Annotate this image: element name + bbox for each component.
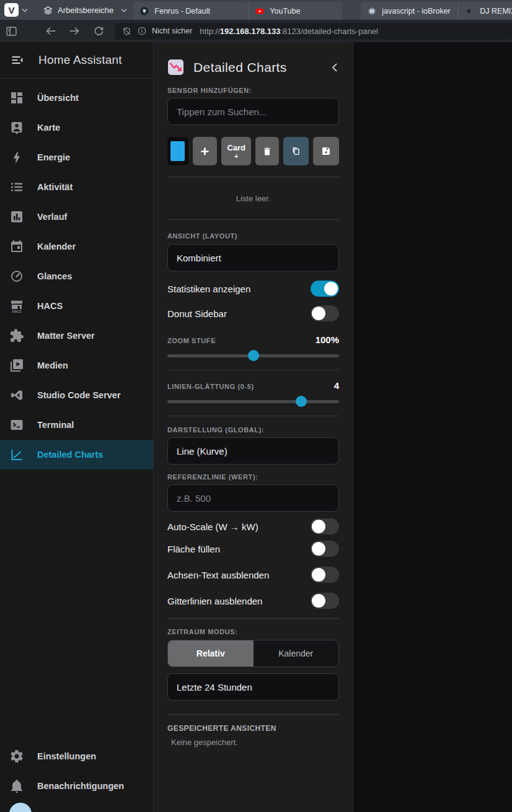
sidebar-item-glances[interactable]: Glances [0,261,153,291]
reload-icon[interactable] [92,25,105,38]
sidebar-collapse-icon[interactable] [10,53,25,68]
trash-icon [262,146,272,157]
autoscale-toggle-row: Auto-Scale (W → kW) [167,517,339,536]
address-bar[interactable]: Nicht sicher http://192.168.178.133:8123… [115,23,512,40]
style-label: DARSTELLUNG (GLOBAL): [167,426,339,434]
saved-views-label: GESPEICHERTE ANSICHTEN [167,724,339,733]
color-swatch [170,141,185,161]
slider-thumb[interactable] [248,350,259,361]
tab-youtube[interactable]: YouTube [248,2,342,20]
divider [167,714,339,715]
avatar[interactable] [9,803,32,812]
segment-kalender[interactable]: Kalender [254,640,339,666]
gauge-icon [9,269,24,284]
sensor-toolbar: Card + [167,137,339,165]
statistics-toggle[interactable] [311,281,339,297]
smoothing-label: LINIEN-GLÄTTUNG (0-5) [167,383,254,390]
url-path: :8123/detailed-charts-panel [280,27,378,36]
hide-axis-text-toggle[interactable] [311,567,339,583]
sidebar-item-benachrichtigungen[interactable]: Benachrichtigungen [0,771,153,801]
tab-dj-remix[interactable]: DJ REMIX [458,2,512,20]
reference-line-input[interactable] [167,484,339,512]
sidebar-item-medien[interactable]: Medien [0,351,153,380]
hide-axis-text-toggle-row: Achsen-Text ausblenden [167,565,339,585]
shield-off-icon[interactable] [121,26,132,37]
save-button[interactable] [313,137,339,165]
timerange-select[interactable]: Letzte 24 Stunden [167,673,339,701]
add-card-button[interactable]: Card + [221,137,251,165]
panel-title: Detailed Charts [193,60,287,75]
sidebar-item-kalender[interactable]: Kalender [0,232,153,261]
divider [167,416,339,416]
line-chart-icon [9,447,24,462]
sidebar-item-hacs[interactable]: HACS HACS [0,291,153,321]
forward-icon[interactable] [68,24,81,38]
sidebar-item-detailed-charts[interactable]: Detailed Charts [0,440,153,469]
sidebar-item-matter-server[interactable]: Matter Server [0,321,153,351]
sidebar-item-studio-code-server[interactable]: Studio Code Server [0,380,153,410]
slider-thumb[interactable] [296,396,307,407]
copy-icon [291,146,301,157]
home-assistant-app: Home Assistant Übersicht [0,42,512,812]
back-icon[interactable] [44,24,58,38]
zoom-slider-head: ZOOM STUFE 100% [167,334,339,345]
vivaldi-menu-button[interactable]: V [4,3,28,17]
tab-title: DJ REMIX [480,7,512,15]
autoscale-toggle[interactable] [311,518,339,535]
statistics-toggle-row: Statistiken anzeigen [167,279,339,299]
zoom-slider[interactable] [167,350,339,361]
fill-area-toggle[interactable] [311,541,339,557]
fill-area-toggle-row: Fläche füllen [167,539,339,559]
sidebar-item-uebersicht[interactable]: Übersicht [0,83,153,113]
layout-select[interactable]: Kombiniert [167,244,339,271]
divider [167,177,339,177]
sidebar-item-aktivitaet[interactable]: Aktivität [0,172,153,202]
sidebar-item-energie[interactable]: Energie [0,142,153,172]
smoothing-slider[interactable] [167,396,339,407]
info-icon[interactable] [137,26,147,36]
timerange-mode-segmented: Relativ Kalender [167,640,339,667]
donut-sidebar-toggle[interactable] [311,305,339,321]
chevron-down-icon [121,8,127,12]
panel-toggle-icon[interactable] [5,25,18,38]
gear-icon [9,749,24,764]
tab-fenrus[interactable]: Fenrus - Default [133,2,248,20]
style-select[interactable]: Line (Kurve) [167,437,339,465]
sidebar-item-einstellungen[interactable]: Einstellungen [0,741,153,771]
divider [167,618,339,619]
browser-window: V Arbeitsbereiche [0,0,512,812]
zoom-label: ZOOM STUFE [167,337,216,344]
sensor-search-input[interactable] [167,98,339,125]
fenrus-logo-icon [139,6,149,16]
donut-sidebar-toggle-row: Donut Sidebar [167,303,339,323]
workspaces-button[interactable]: Arbeitsbereiche [32,2,133,18]
sidebar-item-terminal[interactable]: Terminal [0,410,153,440]
saved-views-empty-text: Keine gespeichert. [171,738,339,747]
list-icon [9,180,24,194]
sidebar-header: Home Assistant [0,42,153,79]
color-picker-button[interactable] [167,137,188,165]
sidebar-item-verlauf[interactable]: Verlauf [0,202,153,232]
tab-iobroker[interactable]: javascript - ioBroker [361,2,458,20]
sensor-add-label: SENSOR HINZUFÜGEN: [167,87,339,94]
bell-icon [9,779,24,793]
url-scheme: http:// [200,27,220,36]
copy-button[interactable] [283,137,309,165]
delete-button[interactable] [255,137,279,165]
layers-icon [43,5,53,15]
user-row [0,801,153,812]
toggle-knob [312,307,325,320]
toggle-knob [324,282,338,295]
sidebar-item-karte[interactable]: Karte [0,113,153,142]
youtube-icon [255,6,265,16]
segment-relativ[interactable]: Relativ [168,640,254,666]
add-sensor-button[interactable] [193,137,218,165]
browser-toolbar: Nicht sicher http://192.168.178.133:8123… [0,20,512,42]
reference-line-label: REFERENZLINIE (WERT): [167,473,339,481]
terminal-icon [9,417,24,432]
collapse-chevron-icon[interactable] [330,63,339,72]
hide-gridlines-toggle[interactable] [311,593,339,609]
browser-tab-bar: V Arbeitsbereiche [0,0,512,20]
chevron-down-icon [22,8,28,12]
lightning-icon [9,150,24,165]
